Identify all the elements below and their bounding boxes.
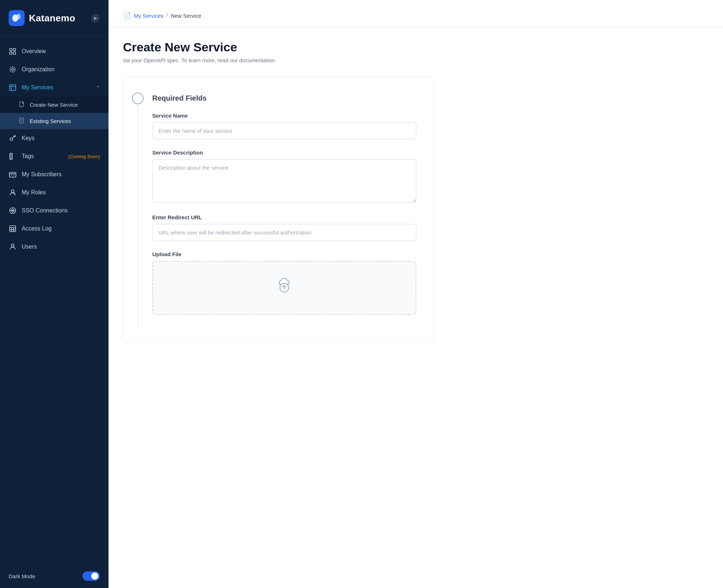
service-name-group: Service Name xyxy=(152,113,416,139)
grid-icon xyxy=(9,47,17,55)
service-description-group: Service Description xyxy=(152,149,416,204)
sidebar-item-users[interactable]: Users xyxy=(0,238,109,256)
my-services-submenu: Create New Service Existing Services xyxy=(0,97,109,129)
breadcrumb-separator: / xyxy=(166,12,168,19)
create-new-service-label: Create New Service xyxy=(30,102,78,108)
svg-point-7 xyxy=(10,67,16,72)
existing-services-label: Existing Services xyxy=(30,118,71,124)
upload-file-group: Upload File xyxy=(152,251,416,315)
step-circle xyxy=(132,93,144,104)
sidebar: Katanemo ▶ Overview Organization xyxy=(0,0,109,588)
svg-point-1 xyxy=(16,14,21,20)
sidebar-item-organization-label: Organization xyxy=(22,66,100,73)
svg-rect-4 xyxy=(10,52,12,54)
svg-point-6 xyxy=(12,68,14,71)
breadcrumb-parent-link[interactable]: My Services xyxy=(134,13,163,19)
sidebar-item-keys-label: Keys xyxy=(22,135,100,141)
sidebar-collapse-button[interactable]: ▶ xyxy=(91,14,100,22)
sidebar-item-access-log[interactable]: Access Log xyxy=(0,220,109,238)
dark-mode-label: Dark Mode xyxy=(9,573,78,579)
sidebar-item-sso-label: SSO Connections xyxy=(22,207,100,214)
logo-icon xyxy=(9,10,25,26)
main-content: 📄 My Services / New Service Create New S… xyxy=(109,0,723,588)
section-title: Required Fields xyxy=(152,94,416,102)
sidebar-footer: Dark Mode xyxy=(0,564,109,588)
service-description-textarea[interactable] xyxy=(152,159,416,203)
org-icon xyxy=(9,65,17,73)
users-icon xyxy=(9,243,17,251)
upload-icon xyxy=(276,276,293,297)
svg-rect-28 xyxy=(10,226,16,232)
svg-point-17 xyxy=(10,138,13,140)
chevron-up-icon: ⌃ xyxy=(96,85,100,90)
existing-services-icon xyxy=(19,117,25,125)
service-name-input[interactable] xyxy=(152,122,416,139)
page-content: Create New Service via your OpenAPI spec… xyxy=(109,27,723,588)
sidebar-item-access-log-label: Access Log xyxy=(22,225,100,232)
sidebar-item-tags[interactable]: Tags (Coming Soon) xyxy=(0,147,109,165)
svg-rect-8 xyxy=(10,85,16,91)
form-card: Required Fields Service Name Service Des… xyxy=(123,76,434,343)
access-log-icon xyxy=(9,225,17,233)
sidebar-item-users-label: Users xyxy=(22,244,100,250)
svg-rect-2 xyxy=(10,48,12,51)
subscribers-icon xyxy=(9,170,17,178)
main-header: 📄 My Services / New Service xyxy=(109,0,723,27)
sso-icon xyxy=(9,207,17,215)
sidebar-item-existing-services[interactable]: Existing Services xyxy=(0,113,109,129)
svg-rect-14 xyxy=(20,118,24,123)
services-icon xyxy=(9,84,17,92)
sidebar-item-overview[interactable]: Overview xyxy=(0,42,109,60)
sidebar-header: Katanemo ▶ xyxy=(0,0,109,37)
tags-icon xyxy=(9,152,17,160)
page-title: Create New Service xyxy=(123,40,709,54)
svg-rect-20 xyxy=(9,173,16,177)
upload-area[interactable] xyxy=(152,261,416,315)
create-service-icon xyxy=(19,101,25,109)
sidebar-item-tags-label: Tags xyxy=(22,153,62,160)
sidebar-item-subscribers-label: My Subscribers xyxy=(22,171,100,178)
service-name-label: Service Name xyxy=(152,113,416,119)
svg-rect-3 xyxy=(13,48,16,51)
breadcrumb-icon: 📄 xyxy=(123,12,131,20)
redirect-url-input[interactable] xyxy=(152,224,416,241)
sidebar-item-my-services-label: My Services xyxy=(22,84,91,91)
sidebar-item-my-roles[interactable]: My Roles xyxy=(0,183,109,202)
keys-icon xyxy=(9,134,17,142)
dark-mode-toggle[interactable] xyxy=(82,571,100,581)
sidebar-item-overview-label: Overview xyxy=(22,48,100,55)
breadcrumb-current: New Service xyxy=(171,13,201,19)
svg-point-24 xyxy=(11,190,14,193)
sidebar-item-organization[interactable]: Organization xyxy=(0,60,109,79)
sidebar-item-keys[interactable]: Keys xyxy=(0,129,109,147)
sidebar-item-sso-connections[interactable]: SSO Connections xyxy=(0,202,109,220)
svg-point-33 xyxy=(11,244,14,247)
redirect-url-group: Enter Redirect URL xyxy=(152,214,416,241)
step-line xyxy=(137,104,138,328)
service-description-label: Service Description xyxy=(152,149,416,156)
svg-rect-5 xyxy=(13,52,16,54)
brand-name: Katanemo xyxy=(29,13,75,24)
sidebar-nav: Overview Organization My Services ⌃ xyxy=(0,37,109,564)
sidebar-item-my-services[interactable]: My Services ⌃ xyxy=(0,79,109,97)
sidebar-item-roles-label: My Roles xyxy=(22,189,100,196)
sidebar-item-create-new-service[interactable]: Create New Service xyxy=(0,97,109,113)
upload-file-label: Upload File xyxy=(152,251,416,257)
roles-icon xyxy=(9,189,17,196)
breadcrumb: 📄 My Services / New Service xyxy=(123,9,709,20)
coming-soon-badge: (Coming Soon) xyxy=(68,154,100,159)
redirect-url-label: Enter Redirect URL xyxy=(152,214,416,220)
toggle-knob xyxy=(91,572,98,580)
sidebar-item-my-subscribers[interactable]: My Subscribers xyxy=(0,165,109,183)
page-subtitle: via your OpenAPI spec. To learn more, re… xyxy=(123,57,709,63)
